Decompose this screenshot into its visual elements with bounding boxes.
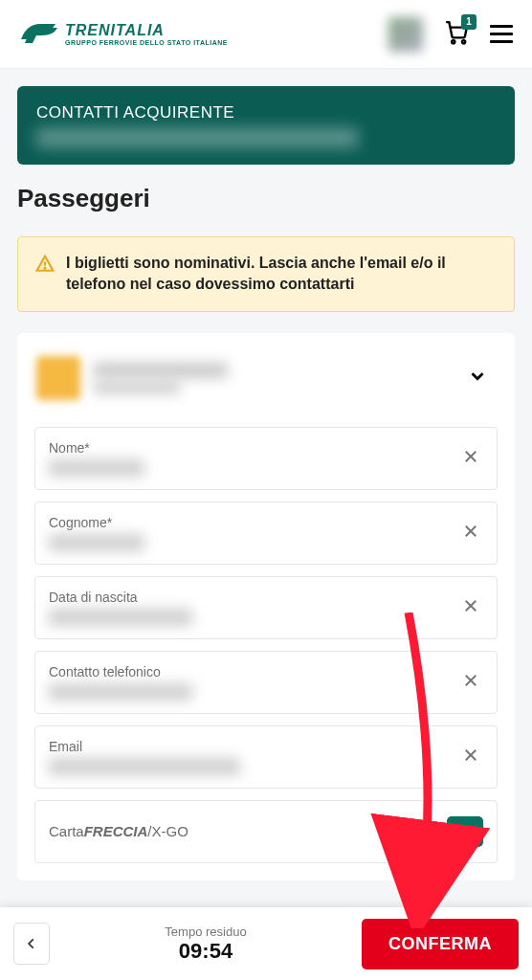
confirm-button[interactable]: CONFERMA bbox=[362, 919, 519, 969]
carta-action[interactable] bbox=[447, 816, 483, 847]
svg-point-1 bbox=[462, 40, 465, 43]
bottom-bar: Tempo residuo 09:54 CONFERMA bbox=[0, 907, 532, 980]
field-email[interactable]: Email bbox=[34, 725, 498, 789]
clear-cognome-button[interactable] bbox=[458, 517, 483, 549]
cart-button[interactable]: 1 bbox=[444, 20, 469, 49]
app-header: TRENITALIA GRUPPO FERROVIE DELLO STATO I… bbox=[0, 0, 532, 69]
logo-text: TRENITALIA GRUPPO FERROVIE DELLO STATO I… bbox=[65, 22, 228, 46]
passenger-sub-value bbox=[94, 382, 180, 393]
chevron-down-icon[interactable] bbox=[467, 366, 488, 390]
close-icon bbox=[462, 597, 479, 614]
cart-count-badge: 1 bbox=[461, 14, 477, 30]
passenger-avatar bbox=[36, 356, 80, 400]
email-label: Email bbox=[49, 739, 458, 754]
main-content: CONTATTI ACQUIRENTE Passeggeri I bigliet… bbox=[0, 69, 532, 898]
field-data-nascita[interactable]: Data di nascita bbox=[34, 576, 498, 639]
close-icon bbox=[462, 448, 479, 465]
warning-icon bbox=[35, 255, 55, 296]
brand-subtitle: GRUPPO FERROVIE DELLO STATO ITALIANE bbox=[65, 39, 228, 46]
telefono-value bbox=[49, 683, 192, 701]
close-icon bbox=[462, 672, 479, 689]
brand-name: TRENITALIA bbox=[65, 22, 228, 39]
passengers-heading: Passeggeri bbox=[17, 184, 515, 213]
timer-value: 09:54 bbox=[61, 939, 350, 964]
notice-text: I biglietti sono nominativi. Lascia anch… bbox=[66, 253, 497, 296]
passenger-header[interactable] bbox=[34, 350, 498, 415]
email-value bbox=[49, 758, 240, 775]
clear-data-button[interactable] bbox=[458, 591, 483, 624]
info-notice: I biglietti sono nominativi. Lascia anch… bbox=[17, 236, 515, 312]
passenger-form-card: Nome* Cognome* Data di nascita bbox=[17, 333, 515, 880]
clear-telefono-button[interactable] bbox=[458, 666, 483, 699]
buyer-contact-value bbox=[36, 128, 358, 147]
close-icon bbox=[462, 746, 479, 764]
field-nome[interactable]: Nome* bbox=[34, 427, 498, 490]
cognome-value bbox=[49, 534, 144, 551]
data-nascita-label: Data di nascita bbox=[49, 590, 458, 605]
buyer-card-title: CONTATTI ACQUIRENTE bbox=[36, 103, 496, 122]
clear-email-button[interactable] bbox=[458, 741, 483, 773]
menu-button[interactable] bbox=[490, 25, 513, 43]
telefono-label: Contatto telefonico bbox=[49, 664, 458, 679]
cognome-label: Cognome* bbox=[49, 515, 458, 530]
data-nascita-value bbox=[49, 609, 192, 626]
nome-label: Nome* bbox=[49, 440, 458, 456]
field-carta-freccia[interactable]: CartaFRECCIA/X-GO bbox=[34, 800, 498, 863]
back-button[interactable] bbox=[13, 923, 50, 965]
user-avatar[interactable] bbox=[388, 17, 423, 52]
clear-nome-button[interactable] bbox=[458, 442, 483, 475]
close-icon bbox=[462, 523, 479, 540]
header-actions: 1 bbox=[388, 17, 513, 52]
logo[interactable]: TRENITALIA GRUPPO FERROVIE DELLO STATO I… bbox=[19, 18, 228, 51]
nome-value bbox=[49, 459, 144, 477]
timer-label: Tempo residuo bbox=[61, 924, 350, 939]
chevron-left-icon bbox=[25, 935, 38, 952]
carta-label: CartaFRECCIA/X-GO bbox=[49, 823, 188, 839]
svg-point-0 bbox=[452, 40, 454, 43]
field-cognome[interactable]: Cognome* bbox=[34, 501, 498, 565]
buyer-contacts-card: CONTATTI ACQUIRENTE bbox=[17, 86, 515, 165]
timer: Tempo residuo 09:54 bbox=[61, 924, 350, 964]
trenitalia-logo-icon bbox=[19, 18, 57, 51]
passenger-name-value bbox=[94, 363, 228, 378]
svg-point-3 bbox=[44, 268, 45, 269]
field-telefono[interactable]: Contatto telefonico bbox=[34, 651, 498, 714]
